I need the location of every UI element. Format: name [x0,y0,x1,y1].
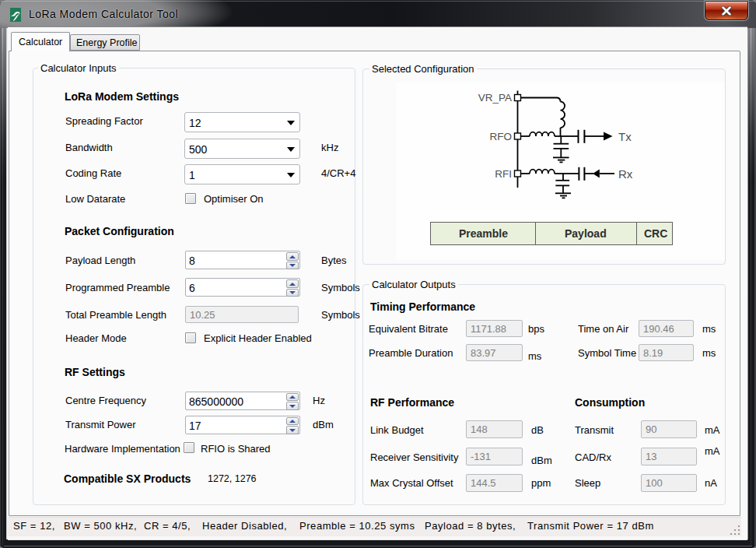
svg-text:VR_PA: VR_PA [478,92,512,104]
svg-text:Tx: Tx [618,130,632,143]
svg-text:RFI: RFI [495,168,512,180]
svg-text:RFO: RFO [490,131,513,142]
svg-text:Rx: Rx [618,167,633,181]
